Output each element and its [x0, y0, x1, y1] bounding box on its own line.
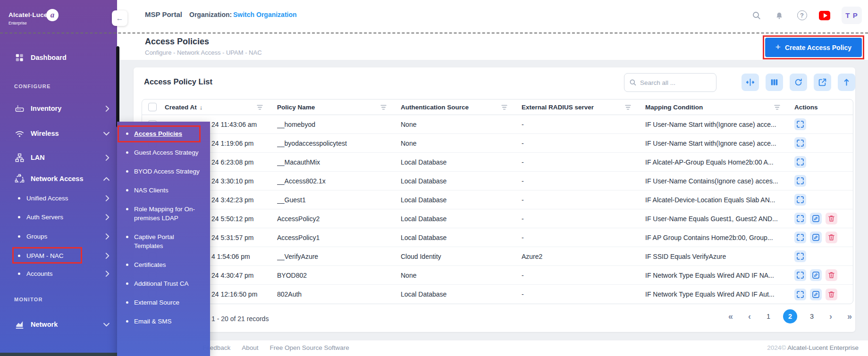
footer-link-free-open-source-software[interactable]: Free Open Source Software — [270, 344, 349, 351]
sidebar-item-upam-nac[interactable]: UPAM - NAC — [0, 248, 117, 263]
policy-name-cell: __MacauthMix — [277, 158, 401, 166]
columns-button[interactable] — [766, 74, 783, 91]
network-access-icon — [14, 174, 25, 184]
expand-action-button[interactable] — [794, 156, 806, 168]
bullet-icon — [126, 170, 128, 173]
external-radius-cell: - — [522, 272, 645, 279]
edit-action-button[interactable] — [810, 289, 822, 300]
bullet-icon — [126, 301, 128, 304]
select-all-checkbox[interactable] — [148, 103, 157, 111]
sidebar-item-accounts[interactable]: Accounts — [0, 266, 117, 281]
mapping-condition-cell: IF Network Type Equals Wired AND IF Aut.… — [645, 290, 794, 298]
column-header-authentication-source: Authentication Source — [401, 104, 522, 111]
sidebar-collapse-button[interactable]: ← — [112, 10, 127, 26]
create-access-policy-button[interactable]: + Create Access Policy — [765, 38, 862, 57]
actions-cell — [794, 213, 853, 224]
mapping-condition-cell: IF Network Type Equals Wired AND IF NA..… — [645, 272, 794, 279]
expand-action-button[interactable] — [794, 250, 806, 262]
youtube-icon[interactable] — [819, 10, 830, 21]
search-icon[interactable] — [751, 10, 762, 21]
chevron-down-icon — [103, 323, 110, 327]
filter-icon[interactable] — [257, 105, 263, 110]
submenu-item-label: Email & SMS — [134, 318, 172, 325]
submenu-item-additional-trust-ca[interactable]: Additional Trust CA — [134, 279, 204, 288]
submenu-item-nas-clients[interactable]: NAS Clients — [134, 186, 204, 195]
sidebar-scrollbar[interactable] — [116, 46, 119, 127]
pagination-page-2[interactable]: 2 — [783, 309, 797, 323]
pagination-page-1[interactable]: 1 — [764, 313, 773, 320]
expand-action-button[interactable] — [794, 175, 806, 187]
fit-columns-button[interactable] — [742, 74, 759, 91]
sort-desc-icon[interactable]: ↓ — [200, 104, 203, 111]
delete-action-button[interactable] — [826, 232, 837, 243]
sidebar-item-network-access[interactable]: Network Access — [0, 172, 117, 186]
sidebar-item-groups[interactable]: Groups — [0, 229, 117, 243]
mapping-condition-cell: IF Alcatel-AP-Group Equals Home2b:00 A..… — [645, 158, 794, 166]
external-radius-cell: - — [522, 140, 645, 147]
edit-action-button[interactable] — [810, 269, 822, 281]
expand-action-button[interactable] — [794, 213, 806, 224]
pagination-next[interactable]: › — [826, 312, 835, 322]
sidebar-item-lan[interactable]: LAN — [0, 150, 117, 165]
dashboard-icon — [14, 52, 25, 63]
submenu-item-captive-portal-templates[interactable]: Captive Portal Templates — [134, 232, 204, 250]
switch-organization-link[interactable]: Switch Organization — [233, 11, 297, 18]
expand-action-button[interactable] — [794, 289, 806, 300]
submenu-item-byod-access-strategy[interactable]: BYOD Access Strategy — [134, 167, 204, 176]
avatar[interactable]: T P — [842, 7, 862, 24]
notifications-bell-icon[interactable] — [774, 10, 785, 21]
sidebar-item-inventory[interactable]: Inventory — [0, 101, 117, 116]
sidebar-item-label: Auth Servers — [26, 214, 63, 221]
submenu-item-email-sms[interactable]: Email & SMS — [134, 317, 204, 326]
sidebar-item-auth-servers[interactable]: Auth Servers — [0, 210, 117, 224]
sidebar-item-unified-access[interactable]: Unified Access — [0, 191, 117, 205]
expand-action-button[interactable] — [794, 232, 806, 243]
expand-action-button[interactable] — [794, 137, 806, 149]
export-button[interactable] — [814, 74, 831, 91]
upload-button[interactable] — [838, 74, 855, 91]
submenu-item-label: Additional Trust CA — [134, 280, 189, 287]
delete-action-button[interactable] — [826, 269, 837, 281]
edit-action-button[interactable] — [810, 232, 822, 243]
actions-cell — [794, 289, 853, 300]
search-input[interactable] — [640, 79, 711, 86]
filter-icon[interactable] — [501, 105, 507, 110]
pagination-last[interactable]: » — [845, 312, 854, 322]
column-label: Authentication Source — [401, 104, 469, 111]
refresh-button[interactable] — [790, 74, 807, 91]
column-header-mapping-condition: Mapping Condition — [645, 104, 794, 111]
auth-source-cell: Local Database — [401, 177, 522, 185]
help-icon[interactable]: ? — [796, 10, 808, 21]
expand-action-button[interactable] — [794, 269, 806, 281]
sidebar-item-dashboard[interactable]: Dashboard — [0, 50, 117, 65]
actions-cell — [794, 137, 853, 149]
footer: FeedbackAboutFree Open Source Software 2… — [117, 340, 868, 356]
submenu-item-guest-access-strategy[interactable]: Guest Access Strategy — [134, 148, 204, 157]
edit-action-button[interactable] — [810, 213, 822, 224]
submenu-item-certificates[interactable]: Certificates — [134, 260, 204, 269]
submenu-item-external-source[interactable]: External Source — [134, 298, 204, 307]
sidebar-item-wireless[interactable]: Wireless — [0, 126, 117, 141]
bullet-icon — [18, 273, 20, 275]
submenu-item-access-policies[interactable]: Access Policies — [134, 129, 204, 138]
plus-icon: + — [775, 42, 781, 52]
delete-action-button[interactable] — [826, 213, 837, 224]
sidebar-item-network[interactable]: Network — [0, 317, 117, 331]
expand-action-button[interactable] — [794, 118, 806, 130]
pagination-page-3[interactable]: 3 — [808, 313, 816, 320]
policy-name-cell: __byodaccesspolicytest — [277, 140, 401, 147]
footer-link-about[interactable]: About — [242, 344, 258, 351]
copyright: 2024© Alcatel-Lucent Enterprise — [767, 344, 859, 351]
submenu-item-role-mapping-for-on-premises-ldap[interactable]: Role Mapping for On-premises LDAP — [134, 205, 204, 223]
filter-icon[interactable] — [774, 105, 780, 110]
auth-source-cell: None — [401, 272, 522, 279]
filter-icon[interactable] — [625, 105, 631, 110]
pagination-prev[interactable]: ‹ — [745, 312, 754, 322]
sidebar-section-monitor: MONITOR — [14, 297, 43, 302]
pagination-first[interactable]: « — [726, 312, 735, 322]
delete-action-button[interactable] — [826, 289, 837, 300]
policy-name-cell: __Access802.1x — [277, 177, 401, 185]
expand-action-button[interactable] — [794, 194, 806, 206]
filter-icon[interactable] — [380, 105, 387, 110]
policy-name-cell: __homebyod — [277, 121, 401, 128]
